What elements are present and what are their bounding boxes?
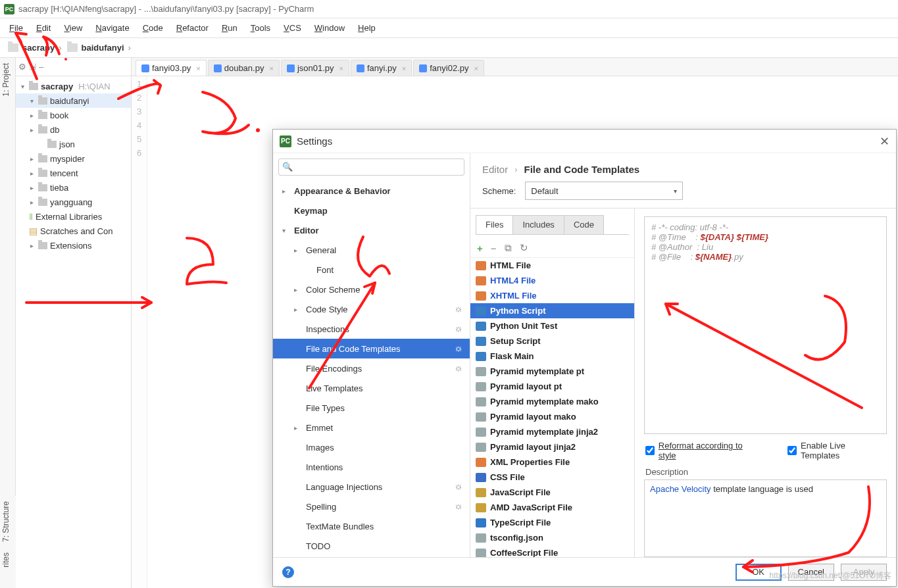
settings-category-item[interactable]: Keymap [273, 201, 470, 220]
template-code-editor[interactable]: # -*- coding: utf-8 -*-# @Time : ${DATA}… [644, 216, 887, 434]
menu-help[interactable]: Help [353, 20, 381, 36]
close-icon[interactable]: × [339, 64, 343, 72]
editor-tab[interactable]: fanyi03.py× [136, 60, 207, 76]
template-item[interactable]: XHTML File [470, 288, 634, 303]
settings-category-item[interactable]: File Types [273, 398, 470, 418]
close-icon[interactable]: ✕ [880, 134, 889, 149]
menu-navigate[interactable]: Navigate [90, 20, 134, 36]
template-item[interactable]: tsconfig.json [470, 530, 634, 545]
settings-category-item[interactable]: File Encodings⛭ [273, 358, 470, 378]
close-icon[interactable]: × [402, 64, 406, 72]
menu-tools[interactable]: Tools [245, 20, 276, 36]
menu-run[interactable]: Run [216, 20, 243, 36]
project-tree-item[interactable]: ▾baidufanyi [16, 93, 131, 108]
settings-category-item[interactable]: Font [273, 260, 470, 280]
settings-category-item[interactable]: Live Templates [273, 378, 470, 398]
hide-icon[interactable]: – [39, 62, 43, 72]
menu-window[interactable]: Window [309, 20, 350, 36]
settings-category-item[interactable]: ▸Code Style⛭ [273, 299, 470, 319]
template-item[interactable]: CoffeeScript File [470, 545, 634, 557]
settings-category-item[interactable]: Language Injections⛭ [273, 477, 470, 497]
template-item[interactable]: JavaScript File [470, 485, 634, 500]
settings-category-item[interactable]: Spelling⛭ [273, 497, 470, 516]
editor-tab[interactable]: douban.py× [208, 60, 280, 76]
settings-category-item[interactable]: ▸General [273, 240, 470, 260]
settings-category-item[interactable]: Intentions [273, 457, 470, 477]
menu-view[interactable]: View [59, 20, 87, 36]
menu-code[interactable]: Code [137, 20, 168, 36]
settings-category-item[interactable]: Inspections⛭ [273, 319, 470, 339]
breadcrumb-item[interactable]: baidufanyi [63, 43, 127, 53]
template-item[interactable]: Pyramid mytemplate jinja2 [470, 424, 634, 439]
template-tab-files[interactable]: Files [476, 215, 513, 234]
copy-icon[interactable]: ⧉ [505, 242, 512, 254]
editor-tab[interactable]: json01.py× [281, 60, 349, 76]
template-item[interactable]: HTML4 File [470, 273, 634, 288]
menu-edit[interactable]: Edit [31, 20, 56, 36]
template-toolbar: + − ⧉ ↻ [470, 239, 634, 257]
template-item[interactable]: Flask Main [470, 349, 634, 364]
template-item[interactable]: Pyramid layout mako [470, 409, 634, 424]
settings-category-item[interactable]: TODO [273, 536, 470, 556]
menu-refactor[interactable]: Refactor [171, 20, 214, 36]
add-icon[interactable]: + [477, 243, 483, 254]
template-item[interactable]: CSS File [470, 470, 634, 485]
settings-category-item[interactable]: ▸Appearance & Behavior [273, 181, 470, 201]
settings-category-item[interactable]: ▾Editor [273, 220, 470, 240]
side-tab-structure[interactable]: 7: Structure [0, 496, 12, 547]
template-item[interactable]: Pyramid layout jinja2 [470, 439, 634, 454]
settings-category-item[interactable]: Images [273, 437, 470, 457]
template-item[interactable]: Setup Script [470, 333, 634, 349]
scope-icon: ⛭ [455, 502, 463, 512]
close-icon[interactable]: × [269, 64, 273, 72]
template-item[interactable]: Pyramid mytemplate pt [470, 364, 634, 379]
project-tree-item[interactable]: ⫴External Libraries [16, 209, 131, 224]
project-tree-item[interactable]: ▸tencent [16, 166, 131, 180]
help-icon[interactable]: ? [282, 566, 294, 578]
project-tree-item[interactable]: json [16, 137, 131, 151]
project-tree-item[interactable]: ▾sacrapyH:\QIAN [16, 79, 131, 93]
close-icon[interactable]: × [196, 64, 200, 72]
revert-icon[interactable]: ↻ [520, 242, 528, 254]
template-item[interactable]: TypeScript File [470, 515, 634, 530]
template-tab-code[interactable]: Code [564, 215, 604, 234]
settings-category-item[interactable]: ▸Emmet [273, 418, 470, 437]
side-tab-project[interactable]: 1: Project [0, 58, 12, 102]
template-tab-includes[interactable]: Includes [512, 215, 564, 234]
editor-tab[interactable]: fanyi02.py× [413, 60, 484, 76]
close-icon[interactable]: × [474, 64, 478, 72]
template-item[interactable]: AMD JavaScript File [470, 500, 634, 515]
cog-icon[interactable]: ⚙ [18, 62, 26, 72]
scheme-select[interactable]: Default ▾ [525, 182, 683, 200]
collapse-icon[interactable]: ⇲ [29, 62, 36, 72]
breadcrumb-item[interactable]: sacrapy [4, 43, 57, 53]
pycharm-icon: PC [280, 135, 291, 147]
side-tab-favorites[interactable]: rites [0, 547, 12, 573]
template-item[interactable]: Python Unit Test [470, 318, 634, 333]
reformat-checkbox[interactable]: Reformat according to style [645, 441, 761, 460]
menu-file[interactable]: File [4, 20, 28, 36]
project-tree-item[interactable]: ▸yangguang [16, 195, 131, 209]
settings-search-input[interactable] [278, 159, 464, 176]
remove-icon[interactable]: − [491, 243, 497, 254]
project-tree-item[interactable]: ▸myspider [16, 151, 131, 166]
settings-category-item[interactable]: ▸Color Scheme [273, 280, 470, 299]
editor-tab[interactable]: fanyi.py× [351, 60, 412, 76]
settings-category-item[interactable]: File and Code Templates⛭ [273, 339, 470, 358]
template-item[interactable]: XML Properties File [470, 454, 634, 470]
project-tree-item[interactable]: ▸tieba [16, 180, 131, 195]
template-item[interactable]: Python Script [470, 303, 634, 318]
enable-live-checkbox[interactable]: Enable Live Templates [787, 441, 886, 460]
project-tree-item[interactable]: ▤Scratches and Con [16, 224, 131, 238]
settings-category-item[interactable]: TextMate Bundles [273, 516, 470, 536]
template-item[interactable]: Pyramid layout pt [470, 379, 634, 394]
folder-icon [8, 43, 18, 52]
project-tree-item[interactable]: ▸db [16, 122, 131, 137]
template-item[interactable]: HTML File [470, 258, 634, 273]
apache-velocity-link[interactable]: Apache Velocity [650, 484, 711, 494]
template-item[interactable]: Pyramid mytemplate mako [470, 394, 634, 409]
project-tree-item[interactable]: ▸book [16, 108, 131, 122]
menu-vcs[interactable]: VCS [278, 20, 307, 36]
project-tree-item[interactable]: ▸Extensions [16, 238, 131, 253]
filetype-icon [476, 518, 486, 527]
